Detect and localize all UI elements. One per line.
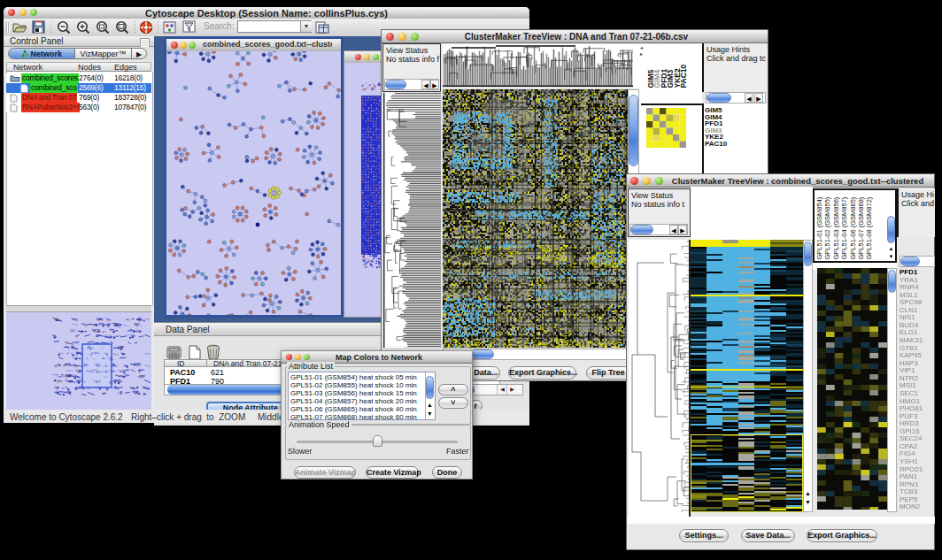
svg-text:1:1: 1:1 — [120, 25, 125, 29]
